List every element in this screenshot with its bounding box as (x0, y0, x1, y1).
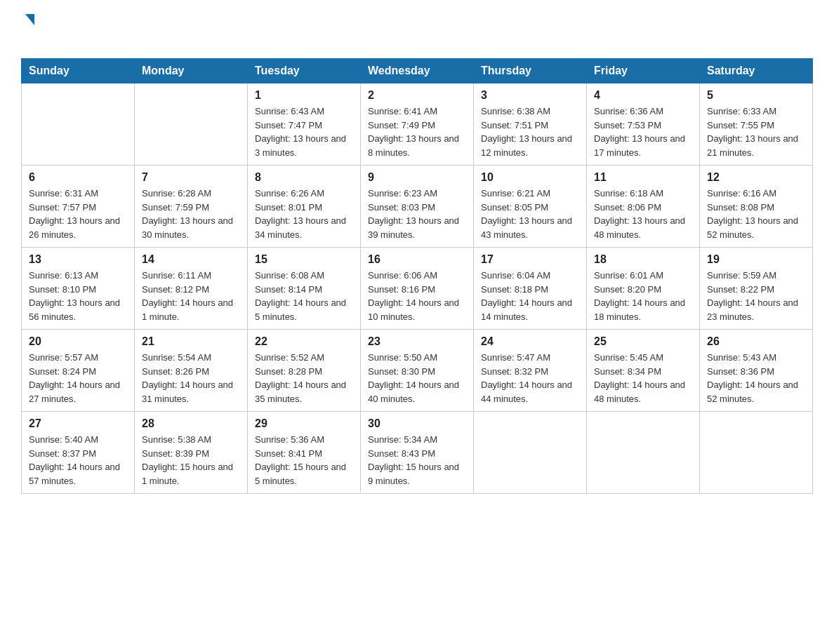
calendar-cell: 9Sunrise: 6:23 AMSunset: 8:03 PMDaylight… (361, 166, 474, 248)
day-number: 23 (368, 335, 466, 348)
day-number: 14 (142, 253, 240, 266)
day-number: 21 (142, 335, 240, 348)
calendar-cell: 12Sunrise: 6:16 AMSunset: 8:08 PMDayligh… (700, 166, 813, 248)
calendar-header-row: SundayMondayTuesdayWednesdayThursdayFrid… (22, 59, 813, 83)
calendar-cell: 22Sunrise: 5:52 AMSunset: 8:28 PMDayligh… (248, 330, 361, 412)
day-info: Sunrise: 6:23 AMSunset: 8:03 PMDaylight:… (368, 187, 466, 241)
calendar-cell: 30Sunrise: 5:34 AMSunset: 8:43 PMDayligh… (361, 412, 474, 494)
calendar-cell: 10Sunrise: 6:21 AMSunset: 8:05 PMDayligh… (474, 166, 587, 248)
logo (21, 14, 34, 47)
day-info: Sunrise: 6:16 AMSunset: 8:08 PMDaylight:… (707, 187, 805, 241)
day-info: Sunrise: 5:57 AMSunset: 8:24 PMDaylight:… (29, 351, 127, 405)
calendar-cell (135, 83, 248, 166)
day-number: 9 (368, 171, 466, 184)
weekday-header-tuesday: Tuesday (248, 59, 361, 83)
calendar-cell: 18Sunrise: 6:01 AMSunset: 8:20 PMDayligh… (587, 248, 700, 330)
day-info: Sunrise: 5:43 AMSunset: 8:36 PMDaylight:… (707, 351, 805, 405)
day-number: 30 (368, 417, 466, 430)
calendar-cell: 2Sunrise: 6:41 AMSunset: 7:49 PMDaylight… (361, 83, 474, 166)
day-number: 17 (481, 253, 579, 266)
calendar-cell: 4Sunrise: 6:36 AMSunset: 7:53 PMDaylight… (587, 83, 700, 166)
calendar-cell: 28Sunrise: 5:38 AMSunset: 8:39 PMDayligh… (135, 412, 248, 494)
weekday-header-saturday: Saturday (700, 59, 813, 83)
day-number: 18 (594, 253, 692, 266)
day-number: 19 (707, 253, 805, 266)
day-info: Sunrise: 6:28 AMSunset: 7:59 PMDaylight:… (142, 187, 240, 241)
calendar-table: SundayMondayTuesdayWednesdayThursdayFrid… (21, 58, 813, 494)
calendar-cell: 1Sunrise: 6:43 AMSunset: 7:47 PMDaylight… (248, 83, 361, 166)
weekday-header-monday: Monday (135, 59, 248, 83)
day-info: Sunrise: 6:31 AMSunset: 7:57 PMDaylight:… (29, 187, 127, 241)
calendar-week-2: 6Sunrise: 6:31 AMSunset: 7:57 PMDaylight… (22, 166, 813, 248)
day-number: 26 (707, 335, 805, 348)
day-number: 3 (481, 89, 579, 102)
calendar-cell (474, 412, 587, 494)
calendar-cell: 15Sunrise: 6:08 AMSunset: 8:14 PMDayligh… (248, 248, 361, 330)
calendar-cell: 27Sunrise: 5:40 AMSunset: 8:37 PMDayligh… (22, 412, 135, 494)
day-info: Sunrise: 6:11 AMSunset: 8:12 PMDaylight:… (142, 269, 240, 323)
calendar-cell: 13Sunrise: 6:13 AMSunset: 8:10 PMDayligh… (22, 248, 135, 330)
day-number: 5 (707, 89, 805, 102)
day-number: 6 (29, 171, 127, 184)
calendar-week-1: 1Sunrise: 6:43 AMSunset: 7:47 PMDaylight… (22, 83, 813, 166)
calendar-cell: 14Sunrise: 6:11 AMSunset: 8:12 PMDayligh… (135, 248, 248, 330)
day-number: 13 (29, 253, 127, 266)
day-number: 8 (255, 171, 353, 184)
day-number: 7 (142, 171, 240, 184)
day-info: Sunrise: 6:13 AMSunset: 8:10 PMDaylight:… (29, 269, 127, 323)
day-info: Sunrise: 5:45 AMSunset: 8:34 PMDaylight:… (594, 351, 692, 405)
day-info: Sunrise: 6:01 AMSunset: 8:20 PMDaylight:… (594, 269, 692, 323)
day-info: Sunrise: 5:52 AMSunset: 8:28 PMDaylight:… (255, 351, 353, 405)
day-number: 24 (481, 335, 579, 348)
calendar-week-3: 13Sunrise: 6:13 AMSunset: 8:10 PMDayligh… (22, 248, 813, 330)
calendar-cell: 17Sunrise: 6:04 AMSunset: 8:18 PMDayligh… (474, 248, 587, 330)
day-number: 25 (594, 335, 692, 348)
calendar-cell: 29Sunrise: 5:36 AMSunset: 8:41 PMDayligh… (248, 412, 361, 494)
calendar-cell: 5Sunrise: 6:33 AMSunset: 7:55 PMDaylight… (700, 83, 813, 166)
day-number: 1 (255, 89, 353, 102)
page-header (21, 14, 813, 47)
calendar-cell: 19Sunrise: 5:59 AMSunset: 8:22 PMDayligh… (700, 248, 813, 330)
day-info: Sunrise: 5:50 AMSunset: 8:30 PMDaylight:… (368, 351, 466, 405)
day-info: Sunrise: 6:06 AMSunset: 8:16 PMDaylight:… (368, 269, 466, 323)
day-info: Sunrise: 5:36 AMSunset: 8:41 PMDaylight:… (255, 433, 353, 488)
day-info: Sunrise: 5:47 AMSunset: 8:32 PMDaylight:… (481, 351, 579, 405)
calendar-cell: 21Sunrise: 5:54 AMSunset: 8:26 PMDayligh… (135, 330, 248, 412)
day-number: 28 (142, 417, 240, 430)
day-number: 22 (255, 335, 353, 348)
calendar-cell (700, 412, 813, 494)
day-info: Sunrise: 5:59 AMSunset: 8:22 PMDaylight:… (707, 269, 805, 323)
day-number: 12 (707, 171, 805, 184)
calendar-cell: 7Sunrise: 6:28 AMSunset: 7:59 PMDaylight… (135, 166, 248, 248)
day-info: Sunrise: 5:38 AMSunset: 8:39 PMDaylight:… (142, 433, 240, 488)
day-info: Sunrise: 6:04 AMSunset: 8:18 PMDaylight:… (481, 269, 579, 323)
day-number: 15 (255, 253, 353, 266)
calendar-cell: 25Sunrise: 5:45 AMSunset: 8:34 PMDayligh… (587, 330, 700, 412)
calendar-cell: 24Sunrise: 5:47 AMSunset: 8:32 PMDayligh… (474, 330, 587, 412)
calendar-cell: 26Sunrise: 5:43 AMSunset: 8:36 PMDayligh… (700, 330, 813, 412)
day-info: Sunrise: 6:43 AMSunset: 7:47 PMDaylight:… (255, 105, 353, 159)
day-info: Sunrise: 6:08 AMSunset: 8:14 PMDaylight:… (255, 269, 353, 323)
calendar-cell: 3Sunrise: 6:38 AMSunset: 7:51 PMDaylight… (474, 83, 587, 166)
day-info: Sunrise: 6:33 AMSunset: 7:55 PMDaylight:… (707, 105, 805, 159)
calendar-cell: 16Sunrise: 6:06 AMSunset: 8:16 PMDayligh… (361, 248, 474, 330)
weekday-header-friday: Friday (587, 59, 700, 83)
day-number: 20 (29, 335, 127, 348)
calendar-cell: 23Sunrise: 5:50 AMSunset: 8:30 PMDayligh… (361, 330, 474, 412)
day-info: Sunrise: 6:41 AMSunset: 7:49 PMDaylight:… (368, 105, 466, 159)
day-info: Sunrise: 6:36 AMSunset: 7:53 PMDaylight:… (594, 105, 692, 159)
weekday-header-wednesday: Wednesday (361, 59, 474, 83)
day-number: 16 (368, 253, 466, 266)
day-number: 4 (594, 89, 692, 102)
day-info: Sunrise: 6:26 AMSunset: 8:01 PMDaylight:… (255, 187, 353, 241)
day-number: 11 (594, 171, 692, 184)
day-number: 10 (481, 171, 579, 184)
day-number: 27 (29, 417, 127, 430)
day-info: Sunrise: 6:38 AMSunset: 7:51 PMDaylight:… (481, 105, 579, 159)
weekday-header-thursday: Thursday (474, 59, 587, 83)
calendar-cell: 11Sunrise: 6:18 AMSunset: 8:06 PMDayligh… (587, 166, 700, 248)
calendar-cell (587, 412, 700, 494)
calendar-week-5: 27Sunrise: 5:40 AMSunset: 8:37 PMDayligh… (22, 412, 813, 494)
day-number: 29 (255, 417, 353, 430)
day-info: Sunrise: 5:54 AMSunset: 8:26 PMDaylight:… (142, 351, 240, 405)
